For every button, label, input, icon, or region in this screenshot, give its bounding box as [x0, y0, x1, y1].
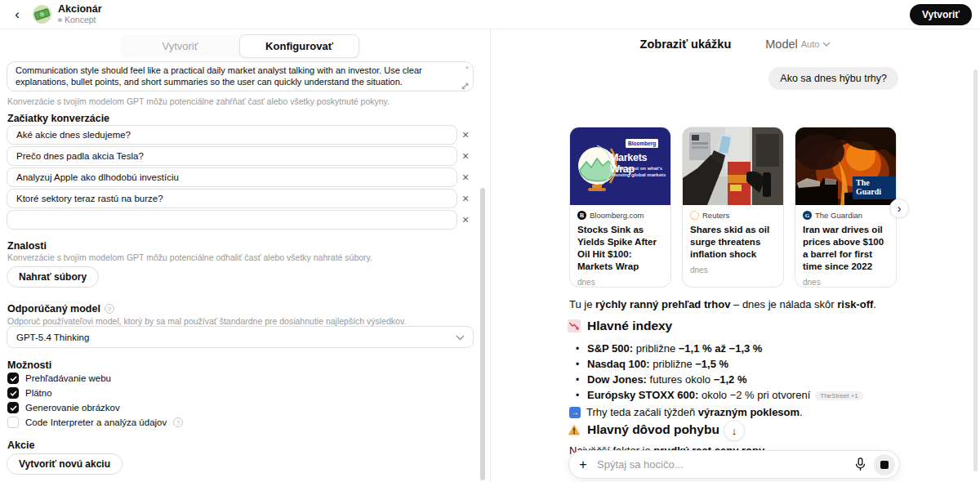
remove-starter-icon[interactable]: ×	[457, 167, 474, 187]
model-hint: Odporuč používateľovi model, ktorý by sa…	[7, 316, 474, 326]
markets-wrap-sub2: moving global markets	[612, 172, 666, 177]
gpt-status-label: Koncept	[65, 16, 96, 25]
assistant-intro: Tu je rýchly ranný prehľad trhov – dnes …	[569, 297, 906, 312]
bullet-dot: •	[571, 343, 587, 355]
section-heading-reason: Hlavný dôvod pohybu	[568, 422, 719, 437]
composer-input[interactable]	[597, 458, 849, 471]
capability-row-canvas: Plátno	[7, 386, 52, 399]
editor-scrollbar[interactable]	[480, 188, 485, 480]
actions-label: Akcie	[7, 440, 34, 451]
bullet-item: • S&P 500: približne −1,1 % až −1,3 %	[571, 341, 906, 356]
news-card-bloomberg[interactable]: Bloomberg Markets Wrap The latest on wha…	[569, 127, 671, 288]
news-card-guardian[interactable]: The Guardi G The Guardian Iran war drive…	[795, 127, 897, 288]
preview-title: Zobraziť ukážku	[640, 38, 732, 51]
starter-row: ×	[7, 210, 474, 230]
right-arrow-icon: →	[569, 407, 581, 418]
card-source-name: Bloomberg.com	[590, 211, 644, 220]
card-source-name: The Guardian	[815, 211, 862, 220]
remove-starter-icon[interactable]: ×	[457, 146, 474, 166]
preview-header: Zobraziť ukážku Model Auto	[491, 38, 980, 51]
textarea-scroll-up-icon[interactable]: ▲	[465, 65, 470, 69]
chevron-down-icon	[456, 332, 465, 342]
instructions-field-wrapper: Communication style should feel like a p…	[7, 61, 474, 91]
capability-label: Prehľadávanie webu	[25, 373, 111, 383]
gpt-avatar	[33, 5, 51, 24]
gpt-title-block: Akcionár Koncept	[58, 4, 102, 25]
remove-starter-icon[interactable]: ×	[457, 125, 474, 145]
section-heading-text: Hlavný dôvod pohybu	[587, 422, 719, 437]
back-button[interactable]: ‹	[7, 4, 28, 25]
section-heading-indexes: Hlavné indexy	[568, 319, 672, 333]
starter-input-4[interactable]	[7, 189, 457, 208]
status-dot-icon	[58, 18, 62, 22]
model-select[interactable]: GPT-5.4 Thinking	[7, 326, 474, 348]
checkbox-web-browsing[interactable]	[7, 373, 19, 384]
create-action-button[interactable]: Vytvoriť novú akciu	[7, 453, 122, 475]
instructions-hint: Konverzácie s tvojím modelom GPT môžu po…	[7, 96, 474, 106]
capability-label: Generovanie obrázkov	[25, 403, 120, 413]
starters-label: Začiatky konverzácie	[7, 113, 109, 124]
tab-configure[interactable]: Konfigurovať	[239, 34, 359, 58]
capability-label: Code Interpreter a analýza údajov	[25, 417, 167, 427]
remove-starter-icon[interactable]: ×	[457, 189, 474, 208]
card-source-name: Reuters	[702, 211, 729, 220]
news-card-reuters[interactable]: Reuters Shares skid as oil surge threate…	[682, 127, 784, 288]
capability-label: Plátno	[25, 388, 52, 398]
starter-row: ×	[7, 167, 474, 187]
guardian-article-image: The Guardi	[795, 127, 897, 205]
guardian-badge: The Guardi	[853, 176, 897, 199]
bullet-dot: •	[571, 359, 587, 370]
microphone-icon[interactable]	[849, 457, 871, 471]
scroll-to-bottom-button[interactable]: ↓	[724, 420, 745, 441]
bloomberg-favicon: B	[577, 211, 586, 220]
card-source-row: Reuters	[690, 211, 776, 220]
card-title: Iran war drives oil prices above $100 a …	[803, 224, 889, 273]
editor-panel: Vytvoriť Konfigurovať Communication styl…	[0, 29, 490, 482]
starter-input-5[interactable]	[7, 210, 457, 230]
carousel-next-button[interactable]: ›	[889, 199, 909, 218]
remove-starter-icon[interactable]: ×	[457, 210, 474, 230]
starter-input-3[interactable]	[7, 167, 457, 187]
expand-textarea-icon[interactable]	[461, 79, 470, 88]
card-time: dnes	[690, 266, 776, 274]
stop-button[interactable]	[874, 454, 895, 475]
starter-row: ×	[7, 189, 474, 208]
bloomberg-badge: Bloomberg	[628, 141, 656, 146]
capability-row-code: Code Interpreter a analýza údajov ?	[7, 416, 183, 429]
card-time: dnes	[577, 278, 663, 287]
help-icon[interactable]: ?	[173, 417, 183, 427]
bullet-item: • Nasdaq 100: približne −1,5 %	[571, 356, 906, 372]
bullet-dot: •	[571, 374, 587, 386]
checkbox-canvas[interactable]	[7, 387, 19, 399]
reuters-article-image	[683, 127, 784, 205]
instructions-textarea[interactable]: Communication style should feel like a p…	[16, 65, 457, 88]
markets-wrap-sub1: The latest on what's	[616, 166, 662, 171]
starter-input-1[interactable]	[7, 125, 457, 145]
capability-row-images: Generovanie obrázkov	[7, 401, 120, 414]
news-cards-row: Bloomberg Markets Wrap The latest on wha…	[569, 127, 897, 288]
checkbox-image-generation[interactable]	[7, 402, 19, 413]
upload-files-button[interactable]: Nahrať súbory	[7, 266, 99, 288]
model-picker-value: Auto	[801, 39, 820, 49]
preview-model-picker[interactable]: Model Auto	[765, 38, 831, 51]
checkbox-code-interpreter[interactable]	[7, 417, 19, 428]
editor-tabs: Vytvoriť Konfigurovať	[121, 34, 359, 58]
citation-badge[interactable]: TheStreet +1	[815, 391, 862, 400]
section-heading-text: Hlavné indexy	[587, 319, 672, 333]
preview-scrollbar[interactable]	[973, 69, 978, 471]
model-picker-label: Model	[765, 38, 798, 51]
help-icon[interactable]: ?	[105, 304, 114, 314]
stop-square-icon	[880, 461, 889, 469]
composer-bar: +	[568, 450, 900, 479]
bullet-item: • Dow Jones: futures okolo −1,2 %	[571, 372, 906, 387]
assistant-conclusion: → Trhy teda začali týždeň výrazným pokle…	[569, 405, 906, 420]
model-label-row: Odporúčaný model ?	[7, 303, 114, 315]
create-gpt-button[interactable]: Vytvoriť	[910, 4, 972, 25]
starter-input-2[interactable]	[7, 146, 457, 166]
tab-create[interactable]: Vytvoriť	[121, 34, 239, 58]
card-title: Stocks Sink as Yields Spike After Oil Hi…	[577, 224, 663, 273]
attach-plus-icon[interactable]: +	[569, 457, 597, 472]
gpt-status: Koncept	[58, 16, 102, 25]
card-source-row: G The Guardian	[803, 211, 889, 220]
capabilities-label: Možnosti	[7, 359, 51, 371]
